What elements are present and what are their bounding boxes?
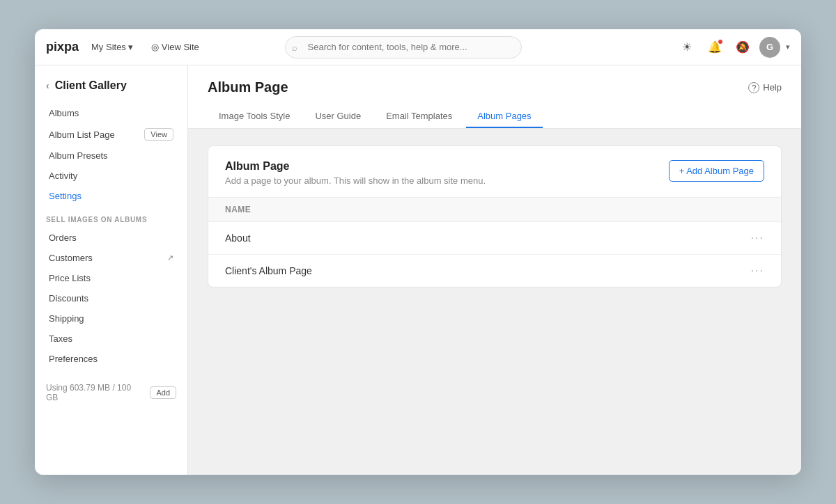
external-link-icon: ↗ bbox=[167, 253, 173, 262]
view-site-button[interactable]: ◎ View Site bbox=[146, 39, 205, 55]
sidebar-item-customers[interactable]: Customers ↗ bbox=[38, 248, 185, 268]
content-area: Album Page ? Help Image Tools Style User… bbox=[188, 65, 801, 475]
alerts-button[interactable]: 🔕 bbox=[732, 36, 754, 58]
table-row: Client's Album Page ··· bbox=[208, 255, 781, 287]
sidebar-item-orders[interactable]: Orders bbox=[38, 228, 185, 248]
card-header: Album Page Add a page to your album. Thi… bbox=[208, 146, 781, 198]
row-actions-menu[interactable]: ··· bbox=[751, 265, 764, 277]
search-container: ⌕ bbox=[285, 36, 522, 58]
alert-bell-icon: 🔕 bbox=[736, 40, 750, 54]
content-header-top: Album Page ? Help bbox=[208, 79, 782, 95]
album-page-card: Album Page Add a page to your album. Thi… bbox=[208, 145, 782, 288]
tab-album-pages[interactable]: Album Pages bbox=[466, 105, 542, 128]
sidebar-label-settings: Settings bbox=[49, 191, 82, 201]
sidebar: ‹ Client Gallery Albums Album List Page … bbox=[35, 65, 188, 475]
help-label: Help bbox=[763, 82, 782, 93]
sidebar-label-price-lists: Price Lists bbox=[49, 273, 91, 283]
tab-image-tools-style[interactable]: Image Tools Style bbox=[208, 105, 301, 128]
sidebar-title: Client Gallery bbox=[55, 79, 127, 92]
table-header: Name bbox=[208, 198, 781, 222]
card-title: Album Page bbox=[225, 160, 486, 173]
sidebar-label-customers: Customers bbox=[49, 253, 93, 263]
sidebar-item-settings[interactable]: Settings bbox=[38, 186, 185, 206]
help-link[interactable]: ? Help bbox=[748, 82, 782, 93]
sidebar-label-orders: Orders bbox=[49, 233, 77, 243]
notifications-button[interactable]: 🔔 bbox=[704, 36, 726, 58]
sidebar-label-shipping: Shipping bbox=[49, 313, 84, 324]
sidebar-item-discounts[interactable]: Discounts bbox=[38, 288, 185, 308]
row-name: Client's Album Page bbox=[225, 265, 312, 276]
sidebar-section-sell: Sell Images on Albums bbox=[35, 206, 187, 228]
sidebar-label-taxes: Taxes bbox=[49, 333, 72, 344]
card-header-info: Album Page Add a page to your album. Thi… bbox=[225, 160, 486, 186]
add-storage-button[interactable]: Add bbox=[150, 386, 176, 399]
sidebar-item-taxes[interactable]: Taxes bbox=[38, 329, 185, 349]
sidebar-label-activity: Activity bbox=[49, 171, 77, 181]
sidebar-item-shipping[interactable]: Shipping bbox=[38, 308, 185, 329]
sidebar-label-preferences: Preferences bbox=[49, 354, 98, 364]
sidebar-item-preferences[interactable]: Preferences bbox=[38, 349, 185, 369]
view-site-label: View Site bbox=[162, 42, 199, 52]
my-sites-menu[interactable]: My Sites ▾ bbox=[87, 39, 137, 55]
card-description: Add a page to your album. This will show… bbox=[225, 175, 486, 186]
sidebar-label-album-presets: Album Presets bbox=[49, 150, 108, 161]
content-tabs: Image Tools Style User Guide Email Templ… bbox=[208, 105, 782, 128]
storage-label: Using 603.79 MB / 100 GB bbox=[46, 383, 144, 402]
avatar-chevron-icon[interactable]: ▾ bbox=[786, 42, 790, 52]
eye-icon: ◎ bbox=[151, 42, 159, 52]
back-icon: ‹ bbox=[46, 80, 49, 91]
app-window: pixpa My Sites ▾ ◎ View Site ⌕ ☀ 🔔 🔕 G bbox=[35, 29, 801, 475]
table-row: About ··· bbox=[208, 222, 781, 255]
sidebar-item-album-presets[interactable]: Album Presets bbox=[38, 145, 185, 166]
topbar: pixpa My Sites ▾ ◎ View Site ⌕ ☀ 🔔 🔕 G bbox=[35, 29, 801, 65]
page-title: Album Page bbox=[208, 79, 288, 95]
sidebar-label-discounts: Discounts bbox=[49, 293, 88, 304]
view-button[interactable]: View bbox=[144, 128, 173, 141]
logo: pixpa bbox=[46, 40, 79, 54]
storage-info: Using 603.79 MB / 100 GB Add bbox=[35, 369, 187, 408]
help-icon: ? bbox=[748, 82, 759, 93]
chevron-down-icon: ▾ bbox=[128, 42, 133, 52]
row-name: About bbox=[225, 233, 251, 244]
topbar-right-actions: ☀ 🔔 🔕 G ▾ bbox=[676, 36, 790, 58]
content-body: Album Page Add a page to your album. Thi… bbox=[188, 129, 801, 475]
search-icon: ⌕ bbox=[292, 42, 297, 52]
search-input[interactable] bbox=[285, 36, 522, 58]
tab-email-templates[interactable]: Email Templates bbox=[375, 105, 463, 128]
sidebar-label-album-list-page: Album List Page bbox=[49, 129, 115, 140]
sidebar-item-activity[interactable]: Activity bbox=[38, 166, 185, 186]
sun-icon: ☀ bbox=[682, 40, 692, 54]
my-sites-label: My Sites bbox=[91, 42, 126, 52]
tab-user-guide[interactable]: User Guide bbox=[304, 105, 372, 128]
sidebar-item-albums[interactable]: Albums bbox=[38, 103, 185, 123]
row-actions-menu[interactable]: ··· bbox=[751, 232, 764, 244]
sidebar-item-album-list-page[interactable]: Album List Page View bbox=[38, 123, 185, 145]
add-album-page-button[interactable]: + Add Album Page bbox=[669, 160, 764, 182]
sidebar-label-albums: Albums bbox=[49, 108, 79, 118]
notification-badge bbox=[718, 39, 723, 45]
theme-toggle-button[interactable]: ☀ bbox=[676, 36, 698, 58]
avatar[interactable]: G bbox=[759, 37, 780, 58]
main-area: ‹ Client Gallery Albums Album List Page … bbox=[35, 65, 801, 475]
sidebar-item-price-lists[interactable]: Price Lists bbox=[38, 268, 185, 288]
content-header: Album Page ? Help Image Tools Style User… bbox=[188, 65, 801, 129]
sidebar-header[interactable]: ‹ Client Gallery bbox=[35, 77, 187, 103]
